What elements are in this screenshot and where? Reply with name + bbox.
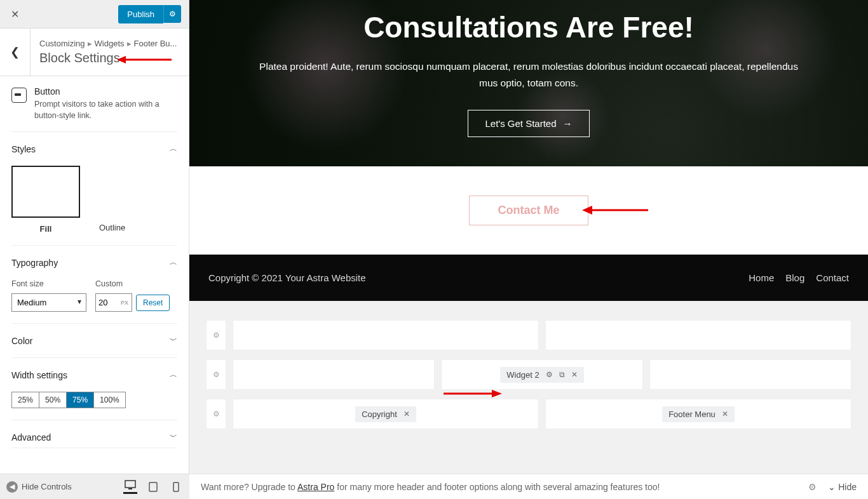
button-block-icon	[11, 88, 27, 103]
footermenu-tag[interactable]: Footer Menu ✕	[662, 406, 735, 422]
chevron-down-icon: ﹀	[170, 432, 177, 442]
sidebar-topbar: ✕ Publish ⚙	[0, 0, 189, 29]
page-title: Block Settings	[39, 51, 180, 65]
status-text: Want more? Upgrade to Astra Pro for many…	[201, 482, 660, 492]
tablet-icon[interactable]	[146, 480, 160, 494]
width-75[interactable]: 75%	[67, 392, 94, 408]
typography-header[interactable]: Typography ︿	[11, 246, 177, 279]
publish-button[interactable]: Publish	[118, 5, 163, 23]
builder-cell[interactable]	[649, 359, 851, 390]
hero-cta-button[interactable]: Let's Get Started →	[468, 110, 589, 137]
svg-rect-2	[149, 482, 157, 491]
row-gear-icon[interactable]: ⚙	[206, 359, 226, 390]
back-arrow-icon[interactable]: ❮	[0, 29, 31, 76]
footer-link-blog[interactable]: Blog	[785, 272, 804, 283]
row-gear-icon[interactable]: ⚙	[206, 320, 226, 350]
builder-cell[interactable]	[233, 359, 435, 390]
footer-menu: Home Blog Contact	[749, 272, 849, 283]
svg-rect-0	[125, 481, 135, 488]
close-icon[interactable]: ✕	[8, 7, 22, 21]
breadcrumb-row: ❮ Customizing ▸ Widgets ▸ Footer Bu... B…	[0, 29, 189, 76]
footer-link-home[interactable]: Home	[749, 272, 774, 283]
color-panel: Color ﹀	[11, 324, 177, 358]
hero-section: Consultations Are Free! Platea proident!…	[189, 0, 868, 166]
reset-button[interactable]: Reset	[136, 295, 170, 311]
advanced-panel: Advanced ﹀	[11, 420, 177, 448]
sidebar-bottom-bar: ◀ Hide Controls	[0, 474, 189, 499]
chevron-down-icon: ⌄	[828, 482, 836, 492]
builder-cell[interactable]: Widget 2 ⚙ ⧉ ✕	[441, 359, 643, 390]
close-icon[interactable]: ✕	[403, 409, 410, 418]
gear-icon[interactable]: ⚙	[546, 370, 553, 379]
svg-rect-3	[173, 482, 179, 491]
close-icon[interactable]: ✕	[722, 409, 728, 418]
builder-cell[interactable]	[233, 320, 539, 350]
chevron-up-icon: ︿	[170, 257, 177, 268]
footer-link-contact[interactable]: Contact	[816, 272, 849, 283]
width-header[interactable]: Width settings ︿	[11, 358, 177, 392]
block-name: Button	[34, 86, 177, 96]
fontsize-select[interactable]: Medium	[11, 293, 86, 312]
customizer-sidebar: ✕ Publish ⚙ ❮ Customizing ▸ Widgets ▸ Fo…	[0, 0, 189, 499]
svg-rect-1	[128, 488, 132, 489]
arrow-right-icon: →	[563, 118, 573, 129]
builder-cell[interactable]: Footer Menu ✕	[545, 399, 851, 429]
chevron-up-icon: ︿	[170, 143, 177, 154]
breadcrumb: Customizing ▸ Widgets ▸ Footer Bu... Blo…	[31, 29, 189, 76]
styles-header[interactable]: Styles ︿	[11, 132, 177, 166]
hide-controls-button[interactable]: ◀ Hide Controls	[6, 481, 72, 493]
advanced-header[interactable]: Advanced ﹀	[11, 420, 177, 448]
width-50[interactable]: 50%	[39, 392, 67, 408]
sidebar-body: Button Prompt visitors to take action wi…	[0, 76, 189, 499]
styles-panel: Styles ︿ Fill Outline	[11, 132, 177, 246]
preview-area: Consultations Are Free! Platea proident!…	[189, 0, 868, 474]
chevron-up-icon: ︿	[170, 369, 177, 380]
crumb-customizing[interactable]: Customizing	[39, 39, 85, 48]
color-header[interactable]: Color ﹀	[11, 324, 177, 357]
duplicate-icon[interactable]: ⧉	[559, 370, 565, 379]
contact-section: Contact Me	[189, 166, 868, 255]
copyright-tag[interactable]: Copyright ✕	[355, 406, 416, 422]
status-bar: Want more? Upgrade to Astra Pro for many…	[189, 474, 868, 499]
gear-icon[interactable]: ⚙	[808, 482, 817, 492]
close-icon[interactable]: ✕	[571, 370, 578, 379]
astra-pro-link[interactable]: Astra Pro	[297, 482, 334, 492]
custom-size-input[interactable]	[95, 293, 132, 312]
fontsize-label: Font size	[11, 279, 86, 288]
block-description: Prompt visitors to take action with a bu…	[34, 99, 177, 121]
hero-title: Consultations Are Free!	[363, 10, 694, 44]
style-outline[interactable]: Outline	[99, 223, 125, 234]
footer-builder: ⚙ ⚙ Widget 2 ⚙ ⧉ ✕ ⚙ Copyright ✕	[189, 301, 868, 439]
block-info: Button Prompt visitors to take action wi…	[11, 76, 177, 132]
builder-cell[interactable]	[545, 320, 851, 350]
hide-controls-icon: ◀	[6, 481, 18, 493]
widget2-tag[interactable]: Widget 2 ⚙ ⧉ ✕	[500, 367, 583, 383]
width-segmented: 25% 50% 75% 100%	[11, 392, 126, 408]
custom-label: Custom	[95, 279, 170, 288]
footer-copyright: Copyright © 2021 Your Astra Website	[208, 272, 366, 283]
typography-panel: Typography ︿ Font size Medium Custom	[11, 246, 177, 324]
hero-text: Platea proident! Aute, rerum sociosqu nu…	[255, 58, 802, 92]
mobile-icon[interactable]	[169, 480, 183, 494]
crumb-footer[interactable]: Footer Bu...	[134, 39, 177, 48]
width-panel: Width settings ︿ 25% 50% 75% 100%	[11, 358, 177, 420]
builder-cell[interactable]: Copyright ✕	[233, 399, 539, 429]
width-25[interactable]: 25%	[12, 392, 39, 408]
hide-builder-button[interactable]: ⌄ Hide	[828, 482, 857, 492]
style-fill[interactable]: Fill	[11, 166, 80, 234]
site-footer: Copyright © 2021 Your Astra Website Home…	[189, 255, 868, 301]
desktop-icon[interactable]	[123, 480, 137, 494]
crumb-widgets[interactable]: Widgets	[95, 39, 125, 48]
publish-group: Publish ⚙	[118, 5, 181, 23]
contact-me-button[interactable]: Contact Me	[469, 196, 588, 225]
row-gear-icon[interactable]: ⚙	[206, 399, 226, 429]
chevron-down-icon: ﹀	[170, 335, 177, 346]
gear-icon[interactable]: ⚙	[163, 5, 181, 23]
width-100[interactable]: 100%	[94, 392, 125, 408]
